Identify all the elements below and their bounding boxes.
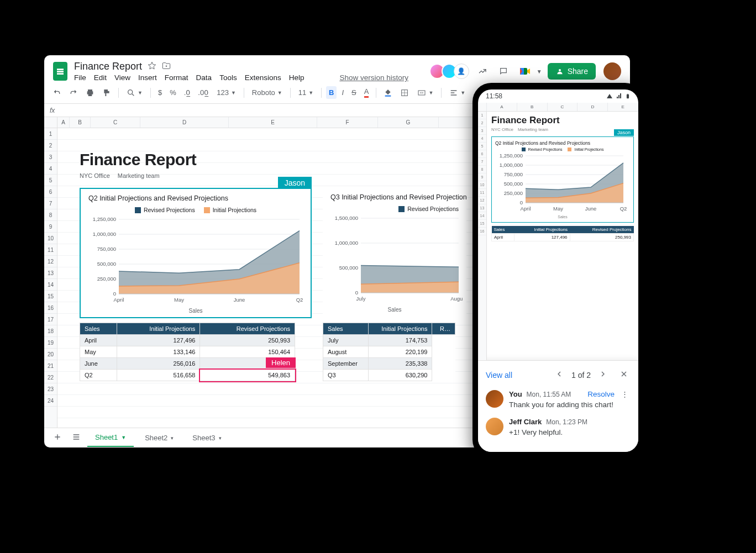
column-header[interactable]: G bbox=[378, 117, 439, 128]
svg-text:1,250,000: 1,250,000 bbox=[500, 153, 523, 159]
row-header[interactable]: 15 bbox=[44, 291, 57, 302]
row-header[interactable]: 8 bbox=[44, 209, 57, 221]
column-header[interactable]: F bbox=[317, 117, 378, 128]
move-to-folder-icon[interactable] bbox=[162, 61, 171, 72]
percent-icon[interactable]: % bbox=[167, 86, 179, 99]
paint-format-icon[interactable] bbox=[99, 86, 114, 99]
italic-button[interactable]: I bbox=[339, 86, 347, 99]
next-comment-icon[interactable] bbox=[596, 367, 610, 382]
star-icon[interactable] bbox=[148, 61, 156, 72]
increase-decimal-icon[interactable]: .00̲ bbox=[195, 86, 211, 99]
account-avatar[interactable] bbox=[603, 62, 621, 80]
borders-icon[interactable] bbox=[397, 86, 412, 99]
version-history-link[interactable]: Show version history bbox=[339, 73, 408, 82]
bold-button[interactable]: B bbox=[326, 86, 337, 99]
menu-file[interactable]: File bbox=[74, 73, 86, 82]
document-title[interactable]: Finance Report bbox=[74, 61, 142, 72]
row-header[interactable]: 17 bbox=[44, 314, 57, 325]
menu-tools[interactable]: Tools bbox=[219, 73, 237, 82]
phone-legend-revised-icon bbox=[522, 148, 526, 151]
merge-cells-select[interactable]: ▼ bbox=[414, 86, 437, 99]
presence-avatars[interactable]: 👤 bbox=[433, 64, 469, 79]
sheet-tab-2[interactable]: Sheet2▾ bbox=[137, 429, 181, 446]
sheet-tab-3[interactable]: Sheet3▾ bbox=[185, 429, 229, 446]
font-select-value: Roboto bbox=[252, 88, 275, 97]
report-sub-office: NYC Office bbox=[80, 172, 110, 179]
row-header[interactable]: 16 bbox=[44, 302, 57, 314]
menu-edit[interactable]: Edit bbox=[94, 73, 107, 82]
more-formats-select[interactable]: 123▼ bbox=[213, 86, 239, 99]
comment-history-icon[interactable] bbox=[496, 64, 511, 79]
sheets-logo-icon[interactable] bbox=[53, 62, 67, 81]
comment-more-icon[interactable]: ⋮ bbox=[619, 390, 631, 398]
chart-q3[interactable]: Q3 Initial Projections and Revised Proje… bbox=[323, 188, 466, 318]
chart-q2[interactable]: Jason Q2 Initial Projections and Revised… bbox=[80, 188, 312, 318]
menu-data[interactable]: Data bbox=[196, 73, 212, 82]
prev-comment-icon[interactable] bbox=[553, 367, 566, 382]
fill-color-icon[interactable] bbox=[381, 86, 395, 99]
zoom-select[interactable]: ▼ bbox=[123, 86, 146, 99]
currency-icon[interactable]: $ bbox=[155, 86, 165, 99]
menu-extensions[interactable]: Extensions bbox=[245, 73, 281, 82]
meet-dropdown-icon[interactable]: ▼ bbox=[537, 69, 542, 75]
column-header[interactable]: E bbox=[229, 117, 317, 128]
row-header[interactable]: 18 bbox=[44, 325, 57, 337]
row-header[interactable]: 9 bbox=[44, 221, 57, 233]
share-button[interactable]: Share bbox=[548, 63, 596, 80]
h-align-select[interactable]: ▼ bbox=[446, 86, 469, 99]
close-comments-icon[interactable] bbox=[617, 367, 631, 382]
phone-chart[interactable]: Jason Q2 Initial Projections and Revised… bbox=[491, 136, 634, 223]
phone-time: 11:58 bbox=[486, 92, 502, 100]
resolve-button[interactable]: Resolve bbox=[587, 390, 615, 398]
phone-row-headers: 12345678910111213141516 bbox=[478, 112, 487, 360]
row-header[interactable]: 12 bbox=[44, 256, 57, 267]
column-header[interactable]: B bbox=[70, 117, 91, 128]
row-header[interactable]: 20 bbox=[44, 349, 57, 360]
view-all-link[interactable]: View all bbox=[486, 371, 512, 380]
row-header[interactable]: 23 bbox=[44, 383, 57, 395]
row-header[interactable]: 3 bbox=[44, 151, 57, 163]
menu-insert[interactable]: Insert bbox=[138, 73, 157, 82]
svg-text:Q2: Q2 bbox=[620, 206, 627, 212]
row-header[interactable]: 1 bbox=[44, 128, 57, 140]
phone-sub-office: NYC Office bbox=[491, 127, 513, 132]
decrease-decimal-icon[interactable]: .0̲ bbox=[181, 86, 193, 99]
phone-table: SalesInitial ProjectionsRevised Projecti… bbox=[491, 226, 634, 241]
row-header[interactable]: 5 bbox=[44, 175, 57, 186]
row-header[interactable]: 10 bbox=[44, 233, 57, 244]
font-size-select[interactable]: 11▼ bbox=[295, 86, 317, 99]
row-header[interactable]: 6 bbox=[44, 186, 57, 198]
legend-revised-label-2: Revised Projections bbox=[407, 206, 459, 212]
row-header[interactable]: 7 bbox=[44, 198, 57, 209]
redo-icon[interactable] bbox=[66, 86, 81, 99]
row-header[interactable]: 4 bbox=[44, 163, 57, 175]
strikethrough-button[interactable]: S bbox=[349, 86, 359, 99]
phone-legend-initial-icon bbox=[568, 148, 571, 151]
undo-icon[interactable] bbox=[50, 86, 64, 99]
row-header[interactable]: 14 bbox=[44, 279, 57, 291]
row-header[interactable]: 22 bbox=[44, 372, 57, 383]
meet-icon[interactable] bbox=[517, 63, 533, 80]
all-sheets-icon[interactable] bbox=[69, 429, 84, 446]
text-color-icon[interactable]: A bbox=[361, 85, 372, 100]
row-header[interactable]: 19 bbox=[44, 337, 57, 349]
menu-format[interactable]: Format bbox=[165, 73, 188, 82]
column-header[interactable]: D bbox=[140, 117, 229, 128]
menu-view[interactable]: View bbox=[114, 73, 130, 82]
row-header[interactable]: 2 bbox=[44, 140, 57, 151]
row-header[interactable]: 24 bbox=[44, 395, 57, 407]
sheet-tab-1[interactable]: Sheet1▼ bbox=[87, 429, 134, 447]
row-header[interactable]: 21 bbox=[44, 360, 57, 372]
menu-help[interactable]: Help bbox=[289, 73, 305, 82]
select-all-corner[interactable] bbox=[44, 117, 57, 128]
presence-anon-icon[interactable]: 👤 bbox=[454, 64, 469, 79]
column-header[interactable]: C bbox=[91, 117, 140, 128]
column-header[interactable]: A bbox=[57, 117, 70, 128]
activity-icon[interactable] bbox=[475, 64, 490, 79]
font-select[interactable]: Roboto▼ bbox=[249, 86, 286, 99]
print-icon[interactable] bbox=[83, 86, 97, 99]
svg-text:June: June bbox=[234, 297, 245, 303]
row-header[interactable]: 11 bbox=[44, 244, 57, 256]
row-header[interactable]: 13 bbox=[44, 267, 57, 279]
add-sheet-icon[interactable] bbox=[50, 429, 65, 446]
